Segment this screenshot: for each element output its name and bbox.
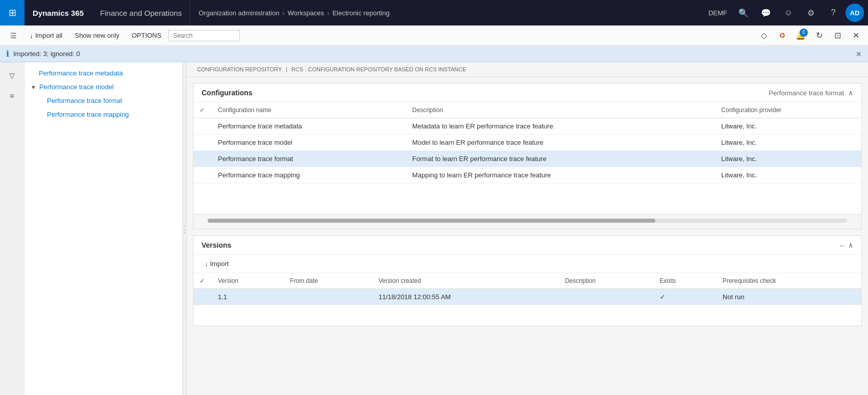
smiley-button[interactable]: ☺ bbox=[778, 0, 799, 25]
content-area: CONFIGURATION REPOSITORY | RCS : CONFIGU… bbox=[187, 62, 868, 395]
ver-col-prerequisites[interactable]: Prerequisites check bbox=[716, 273, 861, 289]
restore-button[interactable]: ⊡ bbox=[829, 28, 846, 44]
ver-row-description bbox=[559, 289, 653, 305]
configurations-table: ✓ Configuration name Description Configu… bbox=[193, 102, 861, 183]
tree-item-format-label: Performance trace format bbox=[47, 97, 122, 104]
versions-action-bar: ↓ Import bbox=[193, 255, 861, 273]
ver-row-exists: ✓ bbox=[654, 289, 717, 305]
configurations-panel-title: Configurations bbox=[202, 89, 769, 97]
settings-button[interactable]: ⚙ bbox=[801, 0, 821, 25]
row-config-name: Performance trace mapping bbox=[212, 167, 406, 183]
config-breadcrumb-part2: RCS : CONFIGURATION REPOSITORY BASED ON … bbox=[291, 66, 466, 72]
col-description[interactable]: Description bbox=[406, 102, 715, 118]
tree-panel: Performance trace metadata ▼ Performance… bbox=[24, 62, 183, 395]
sidebar-icons: ▽ ≡ bbox=[0, 62, 24, 395]
search-input[interactable] bbox=[168, 30, 240, 41]
breadcrumb-item-1[interactable]: Organization administration bbox=[199, 9, 279, 17]
ver-col-exists[interactable]: Exists bbox=[654, 273, 717, 289]
selected-config-label: Performance trace format bbox=[769, 89, 844, 97]
refresh-button[interactable]: ↻ bbox=[811, 28, 827, 44]
row-provider: Litware, Inc. bbox=[715, 167, 861, 183]
ver-row-version: 1.1 bbox=[212, 289, 284, 305]
row-config-name: Performance trace model bbox=[212, 135, 406, 151]
row-description: Metadata to learn ER performance trace f… bbox=[406, 118, 715, 135]
ver-col-version[interactable]: Version bbox=[212, 273, 284, 289]
tree-item-format[interactable]: Performance trace format bbox=[24, 94, 182, 108]
config-breadcrumb: CONFIGURATION REPOSITORY | RCS : CONFIGU… bbox=[187, 62, 868, 77]
avatar[interactable]: AD bbox=[846, 4, 864, 22]
breadcrumb-item-3[interactable]: Electronic reporting bbox=[332, 9, 389, 17]
brand-module: Finance and Operations bbox=[92, 9, 190, 17]
versions-panel-header: Versions -- ∧ bbox=[193, 236, 861, 255]
tree-item-model[interactable]: ▼ Performance trace model bbox=[24, 80, 182, 94]
import-all-icon: ↓ bbox=[30, 32, 33, 40]
office-icon-button[interactable]: O bbox=[774, 28, 790, 44]
config-breadcrumb-part1: CONFIGURATION REPOSITORY bbox=[197, 66, 282, 72]
col-check: ✓ bbox=[193, 102, 212, 118]
options-button[interactable]: OPTIONS bbox=[127, 30, 167, 41]
search-button[interactable]: 🔍 bbox=[733, 0, 754, 25]
row-check bbox=[193, 135, 212, 151]
table-row[interactable]: Performance trace mapping Mapping to lea… bbox=[193, 167, 861, 183]
ver-col-created[interactable]: Version created bbox=[373, 273, 559, 289]
message-button[interactable]: 💬 bbox=[756, 0, 776, 25]
tree-item-metadata[interactable]: Performance trace metadata bbox=[24, 66, 182, 80]
check-header-icon: ✓ bbox=[200, 107, 205, 114]
panel-resizer[interactable]: ⋮ bbox=[183, 62, 187, 395]
versions-panel-title: Versions bbox=[202, 241, 839, 249]
col-config-name[interactable]: Configuration name bbox=[212, 102, 406, 118]
tree-item-mapping[interactable]: Performance trace mapping bbox=[24, 108, 182, 121]
scroll-thumb bbox=[208, 219, 655, 223]
list-icon-button[interactable]: ≡ bbox=[3, 87, 21, 105]
apps-button[interactable]: ⊞ bbox=[0, 0, 24, 25]
table-row[interactable]: Performance trace model Model to learn E… bbox=[193, 135, 861, 151]
exists-checkmark: ✓ bbox=[660, 293, 665, 301]
tree-item-mapping-label: Performance trace mapping bbox=[47, 111, 129, 118]
tree-expand-icon: ▼ bbox=[31, 84, 36, 90]
hamburger-menu-button[interactable]: ☰ bbox=[4, 27, 22, 45]
import-button[interactable]: ↓ Import bbox=[200, 258, 234, 270]
horizontal-scrollbar[interactable] bbox=[208, 219, 847, 223]
col-provider[interactable]: Configuration provider bbox=[715, 102, 861, 118]
import-all-button[interactable]: ↓ Import all bbox=[24, 30, 67, 42]
banner-message: Imported: 3; ignored: 0 bbox=[13, 50, 80, 58]
show-new-button[interactable]: Show new only bbox=[69, 30, 124, 41]
versions-dash: -- bbox=[839, 242, 844, 249]
configurations-panel: Configurations Performance trace format … bbox=[193, 83, 862, 229]
ver-row-prerequisites: Not run bbox=[716, 289, 861, 305]
bell-button[interactable]: 🔔 0 bbox=[792, 28, 809, 44]
import-all-label: Import all bbox=[35, 32, 62, 39]
row-config-name: Performance trace format bbox=[212, 151, 406, 167]
row-description: Mapping to learn ER performance trace fe… bbox=[406, 167, 715, 183]
show-new-label: Show new only bbox=[75, 32, 119, 39]
versions-panel: Versions -- ∧ ↓ Import ✓ Version From da bbox=[193, 235, 862, 326]
action-bar: ☰ ↓ Import all Show new only OPTIONS ◇ O… bbox=[0, 25, 868, 46]
filter-icon-button[interactable]: ▽ bbox=[3, 66, 21, 85]
row-provider: Litware, Inc. bbox=[715, 151, 861, 167]
ver-col-check: ✓ bbox=[193, 273, 212, 289]
breadcrumb-item-2[interactable]: Workspaces bbox=[288, 9, 324, 17]
row-config-name: Performance trace metadata bbox=[212, 118, 406, 135]
ver-check-icon: ✓ bbox=[200, 277, 205, 284]
table-row[interactable]: Performance trace metadata Metadata to l… bbox=[193, 118, 861, 135]
tree-item-model-label: Performance trace model bbox=[39, 83, 114, 91]
ver-col-description[interactable]: Description bbox=[559, 273, 653, 289]
config-breadcrumb-sep: | bbox=[286, 66, 287, 72]
table-row-selected[interactable]: Performance trace format Format to learn… bbox=[193, 151, 861, 167]
banner-close-button[interactable]: ✕ bbox=[856, 50, 862, 58]
help-button[interactable]: ? bbox=[823, 0, 844, 25]
tree-item-metadata-label: Performance trace metadata bbox=[39, 69, 123, 77]
close-window-button[interactable]: ✕ bbox=[848, 28, 864, 44]
grid-icon: ⊞ bbox=[9, 7, 16, 18]
version-row-selected[interactable]: 1.1 11/18/2018 12:00:55 AM ✓ Not run bbox=[193, 289, 861, 305]
versions-table-header: ✓ Version From date Version created Desc… bbox=[193, 273, 861, 289]
versions-table: ✓ Version From date Version created Desc… bbox=[193, 273, 861, 305]
pin-button[interactable]: ◇ bbox=[756, 28, 772, 44]
configurations-collapse-button[interactable]: ∧ bbox=[848, 89, 853, 97]
configurations-table-header: ✓ Configuration name Description Configu… bbox=[193, 102, 861, 118]
versions-collapse-button[interactable]: ∧ bbox=[848, 241, 853, 249]
ver-col-from-date[interactable]: From date bbox=[284, 273, 373, 289]
environment-label: DEMF bbox=[704, 9, 731, 17]
row-provider: Litware, Inc. bbox=[715, 118, 861, 135]
row-check bbox=[193, 151, 212, 167]
